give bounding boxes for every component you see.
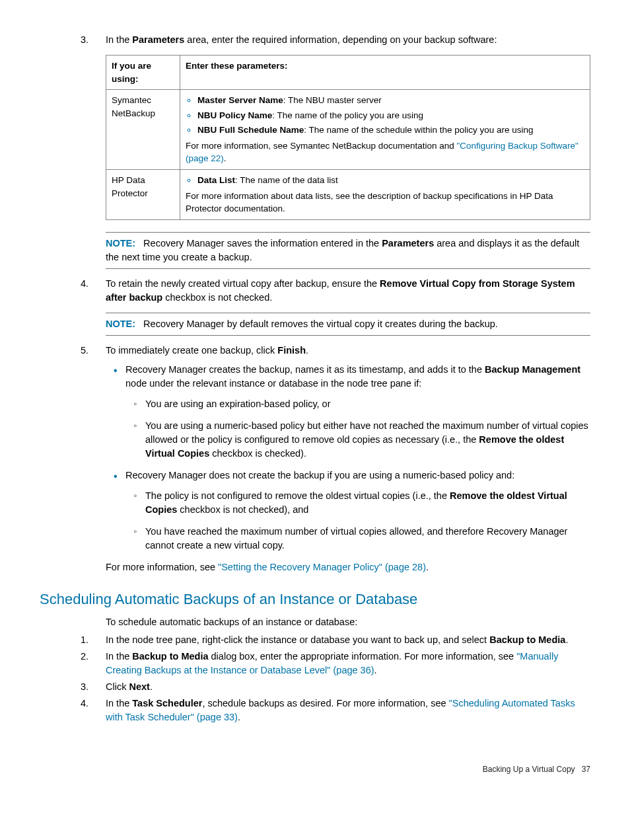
bullet-list: Recovery Manager creates the backup, nam… [106,363,590,553]
note-text: Recovery Manager by default removes the … [143,319,498,329]
list-item: NBU Full Schedule Name: The name of the … [197,124,584,137]
step-3: 3. Click Next. [106,680,590,694]
step-number: 5. [81,344,88,358]
list-item: Recovery Manager creates the backup, nam… [125,363,590,461]
note-block: NOTE:Recovery Manager saves the informat… [106,232,590,269]
cell-params: Data List: The name of the data list For… [180,169,590,219]
step-number: 4. [81,277,88,291]
cell-params: Master Server Name: The NBU master serve… [180,90,590,170]
step-number: 3. [81,680,88,694]
section-heading: Scheduling Automatic Backups of an Insta… [40,589,590,610]
table-row: Symantec NetBackup Master Server Name: T… [106,90,590,170]
note-text: Recovery Manager saves the information e… [106,238,579,262]
step-text: To immediately create one backup, click … [106,345,308,356]
step-5: 5. To immediately create one backup, cli… [106,344,590,574]
list-item: You are using an expiration-based policy… [145,397,590,411]
step-number: 3. [81,33,88,47]
note-label: NOTE: [106,319,135,329]
step-3: 3. In the Parameters area, enter the req… [106,33,590,269]
list-item: The policy is not configured to remove t… [145,489,590,517]
footer-section: Backing Up a Virtual Copy [483,765,575,774]
cell-product: Symantec NetBackup [106,90,180,170]
more-info: For more information, see "Setting the R… [106,560,590,574]
step-1: 1. In the node tree pane, right-click th… [106,633,590,647]
step-text: In the node tree pane, right-click the i… [106,634,568,645]
footer-page-number: 37 [582,765,590,774]
note-block: NOTE:Recovery Manager by default removes… [106,313,590,336]
sub-bullet-list: You are using an expiration-based policy… [125,397,590,461]
step-2: 2. In the Backup to Media dialog box, en… [106,650,590,677]
note-label: NOTE: [106,238,135,248]
list-item: You are using a numeric-based policy but… [145,419,590,461]
step-text: In the Parameters area, enter the requir… [106,34,497,45]
step-text: To retain the newly created virtual copy… [106,278,575,303]
step-text: Click Next. [106,681,153,692]
step-number: 4. [81,697,88,710]
schedule-procedure-list: 1. In the node tree pane, right-click th… [40,633,590,724]
step-text: In the Task Scheduler, schedule backups … [106,698,575,722]
procedure-list: 3. In the Parameters area, enter the req… [40,33,590,574]
cell-product: HP Data Protector [106,169,180,219]
sub-bullet-list: The policy is not configured to remove t… [125,489,590,553]
page-footer: Backing Up a Virtual Copy 37 [40,764,590,775]
cell-note: For more information about data lists, s… [186,190,584,215]
list-item: Recovery Manager does not create the bac… [125,469,590,553]
table-row: HP Data Protector Data List: The name of… [106,169,590,219]
step-number: 1. [81,633,88,647]
list-item: Data List: The name of the data list [197,174,584,187]
list-item: Master Server Name: The NBU master serve… [197,94,584,107]
link-recovery-manager-policy[interactable]: "Setting the Recovery Manager Policy" (p… [218,562,426,572]
cell-note: For more information, see Symantec NetBa… [186,139,584,165]
list-item: NBU Policy Name: The name of the policy … [197,109,584,122]
table-header-params: Enter these parameters: [180,56,590,90]
step-4: 4. In the Task Scheduler, schedule backu… [106,697,590,724]
parameters-table: If you are using: Enter these parameters… [106,55,590,220]
table-header-using: If you are using: [106,56,180,90]
step-number: 2. [81,650,88,664]
intro-text: To schedule automatic backups of an inst… [40,615,590,629]
step-text: In the Backup to Media dialog box, enter… [106,651,558,675]
list-item: You have reached the maximum number of v… [145,525,590,553]
step-4: 4. To retain the newly created virtual c… [106,277,590,336]
